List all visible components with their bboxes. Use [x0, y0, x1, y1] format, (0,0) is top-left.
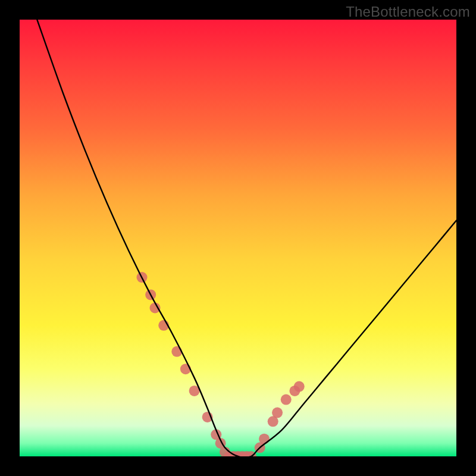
plot-area [20, 20, 456, 456]
marker-point [259, 434, 270, 444]
marker-point [294, 381, 305, 392]
chart-svg [20, 20, 456, 456]
marker-point [171, 346, 182, 357]
watermark-text: TheBottleneck.com [346, 4, 470, 20]
chart-frame: TheBottleneck.com [0, 0, 476, 476]
marker-point [281, 394, 292, 405]
bottleneck-curve-path [37, 20, 456, 456]
markers-group [137, 272, 305, 456]
marker-point [180, 364, 191, 374]
marker-point [272, 408, 283, 418]
